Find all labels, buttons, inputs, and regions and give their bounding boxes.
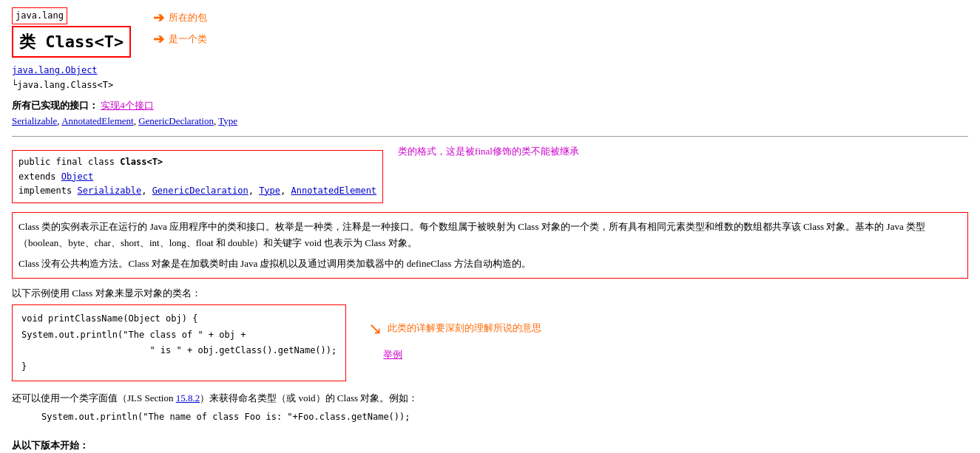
header-annotations: ➔ 所在的包 ➔ 是一个类 xyxy=(153,7,207,50)
example-label: 举例 xyxy=(383,349,402,360)
interfaces-list: Serializable, AnnotatedElement, GenericD… xyxy=(12,115,237,126)
child-class: └java.lang.Class<T> xyxy=(12,78,968,92)
sig-impl-link-ann[interactable]: AnnotatedElement xyxy=(291,185,377,196)
example-box: void printClassName(Object obj) { System… xyxy=(12,304,346,381)
desc-para1-text: Class 类的实例表示正在运行的 Java 应用程序中的类和接口。枚举是一种类… xyxy=(18,221,925,248)
example-left: 以下示例使用 Class 对象来显示对象的类名： void printClass… xyxy=(12,286,346,381)
interface-link-type[interactable]: Type xyxy=(218,115,237,126)
also-section: 还可以使用一个类字面值（JLS Section 15.8.2）来获得命名类型（或… xyxy=(12,390,968,424)
example-annotation: ↘ 此类的详解要深刻的理解所说的意思 举例 xyxy=(368,316,541,363)
child-class-text: └java.lang.Class<T> xyxy=(12,80,113,90)
divider xyxy=(12,136,968,137)
class-title-row: 类 Class<T> xyxy=(12,26,131,58)
sig-extends-link[interactable]: Object xyxy=(61,171,93,182)
code-line-3: " is " + obj.getClass().getName()); xyxy=(21,343,337,359)
sig-line2: extends Object xyxy=(18,170,376,184)
example-label-container: 举例 xyxy=(383,347,402,363)
code-line-4: } xyxy=(21,359,337,375)
example-intro-text: 以下示例使用 Class 对象来显示对象的类名： xyxy=(12,286,346,302)
example-annotation-text: 此类的详解要深刻的理解所说的意思 xyxy=(388,321,541,336)
desc-para2: Class 没有公共构造方法。Class 对象是在加载类时由 Java 虚拟机以… xyxy=(18,256,962,272)
parent-class[interactable]: java.lang.Object xyxy=(12,64,968,78)
also-code: System.out.println("The name of class Fo… xyxy=(41,409,968,424)
sig-extends-text: extends xyxy=(18,171,61,182)
example-section: 以下示例使用 Class 对象来显示对象的类名： void printClass… xyxy=(12,286,968,381)
sig-implements-text: implements xyxy=(18,185,77,196)
sig-line1: public final class Class<T> xyxy=(18,155,376,169)
sig-line1-text: public final class Class<T> xyxy=(18,157,163,167)
arrow-class-icon: ➔ xyxy=(153,29,164,50)
parent-class-link[interactable]: java.lang.Object xyxy=(12,65,98,75)
also-text2: ）来获得命名类型（或 void）的 Class 对象。例如： xyxy=(200,392,418,403)
annot-row-package: ➔ 所在的包 xyxy=(153,7,207,29)
implements-section: 所有已实现的接口： 实现4个接口 Serializable, Annotated… xyxy=(12,98,968,129)
sig-impl-link-ser[interactable]: Serializable xyxy=(77,185,141,196)
also-text1: 还可以使用一个类字面值（JLS Section xyxy=(12,392,176,403)
class-title: 类 Class<T> xyxy=(12,26,131,58)
class-sig-annotation-row: public final class Class<T> extends Obje… xyxy=(12,144,968,203)
inheritance-section: java.lang.Object └java.lang.Class<T> xyxy=(12,64,968,92)
also-link[interactable]: 15.8.2 xyxy=(176,392,200,403)
page-header: java.lang 类 Class<T> ➔ 所在的包 ➔ 是一个类 xyxy=(12,7,968,58)
desc-para1: Class 类的实例表示正在运行的 Java 应用程序中的类和接口。枚举是一种类… xyxy=(18,219,962,251)
example-arrow-row: ↘ 此类的详解要深刻的理解所说的意思 xyxy=(368,316,541,341)
package-name: java.lang xyxy=(12,7,67,24)
sig-line3: implements Serializable, GenericDeclarat… xyxy=(18,184,376,198)
interface-link-annotated[interactable]: AnnotatedElement xyxy=(61,115,133,126)
sig-annotation: 类的格式，这是被final修饰的类不能被继承 xyxy=(398,144,579,160)
interface-link-serializable[interactable]: Serializable xyxy=(12,115,57,126)
implements-count-link[interactable]: 实现4个接口 xyxy=(101,100,154,111)
sig-annotation-text: 类的格式，这是被final修饰的类不能被继承 xyxy=(398,146,579,157)
package-name-box: java.lang xyxy=(12,7,131,24)
class-info-left: java.lang 类 Class<T> xyxy=(12,7,131,58)
desc-para2-text: Class 没有公共构造方法。Class 对象是在加载类时由 Java 虚拟机以… xyxy=(18,258,531,269)
interface-link-generic[interactable]: GenericDeclaration xyxy=(138,115,214,126)
since-label-row: 从以下版本开始： xyxy=(12,437,968,453)
since-label: 从以下版本开始： xyxy=(12,440,89,451)
since-section: 从以下版本开始： JDK1.0 xyxy=(12,437,968,453)
arrow-package-icon: ➔ xyxy=(153,7,164,29)
code-line-1: void printClassName(Object obj) { xyxy=(21,311,337,327)
annot-class-text: 是一个类 xyxy=(169,32,207,47)
annot-package-text: 所在的包 xyxy=(169,10,207,26)
sig-impl-link-gen[interactable]: GenericDeclaration xyxy=(152,185,249,196)
code-line-2: System.out.println("The class of " + obj… xyxy=(21,327,337,344)
class-signature-box: public final class Class<T> extends Obje… xyxy=(12,150,383,203)
example-arrow-icon: ↘ xyxy=(368,316,382,341)
implements-label: 所有已实现的接口： xyxy=(12,100,98,111)
description-box: Class 类的实例表示正在运行的 Java 应用程序中的类和接口。枚举是一种类… xyxy=(12,212,968,279)
sig-impl-link-type[interactable]: Type xyxy=(259,185,280,196)
annot-row-class: ➔ 是一个类 xyxy=(153,29,207,50)
